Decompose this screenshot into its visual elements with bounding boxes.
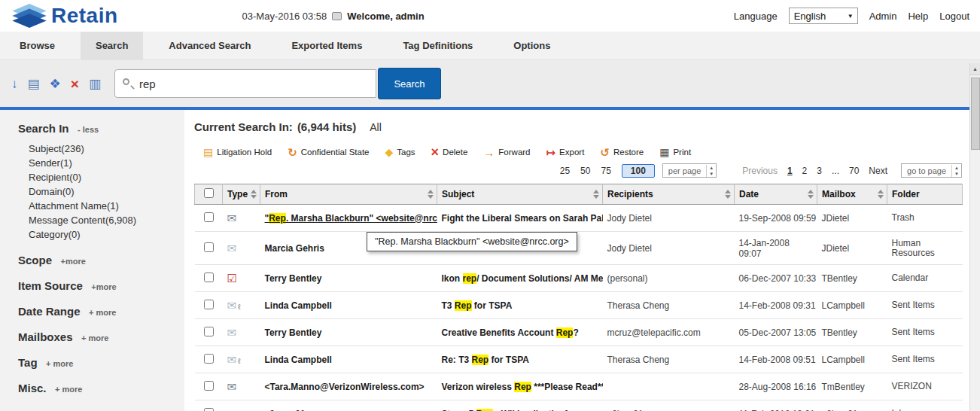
action-print[interactable]: ▦ Print [659,147,691,157]
select-all-checkbox[interactable] [204,188,214,198]
next-link[interactable]: Next [869,166,887,176]
previous-link[interactable]: Previous [742,166,778,176]
header-links: Language English ▼ Admin Help Logout [734,8,969,24]
row-checkbox[interactable] [204,212,214,222]
spinner-up-icon[interactable]: ▲ [952,165,961,171]
row-checkbox[interactable] [204,327,214,336]
action-tags[interactable]: ◆ Tags [385,147,415,157]
table-row[interactable]: <Tara.Manno@VerizonWireless.com> Verizon… [195,373,963,400]
logout-link[interactable]: Logout [939,11,969,22]
col-recipients[interactable]: Recipients [603,184,735,205]
action-delete[interactable]: × Delete [431,145,468,159]
item-source-more-link[interactable]: +more [91,282,116,291]
row-checkbox[interactable] [204,354,214,364]
table-row[interactable]: Marcia Gehris Jody Dietel 14-Jan-2008 09… [195,232,963,265]
goto-page-input[interactable]: go to page ▲ ▼ [901,163,962,178]
tab-tag-definitions[interactable]: Tag Definitions [388,32,488,59]
from-tooltip: "Rep. Marsha Blackburn" <website@nrcc.or… [367,232,577,251]
table-row[interactable]: c0neve01 Stage 5 Rep - Wikipedia, the fr… [195,400,963,411]
table-row[interactable]: Terry Bentley Ikon rep/ Document Solutio… [195,265,963,292]
action-confidential-state[interactable]: ↻ Confidential State [288,147,369,158]
search-button[interactable]: Search [378,68,441,99]
spinner-down-icon[interactable]: ▼ [707,171,716,177]
spinner-up-icon[interactable]: ▲ [707,165,716,171]
row-checkbox[interactable] [204,381,214,391]
date-range-more-link[interactable]: + more [89,308,116,317]
scope-all-link[interactable]: All [370,121,382,133]
page-size-100[interactable]: 100 [622,164,655,178]
row-checkbox[interactable] [204,300,214,309]
recipients-cell: Jody Dietel [603,205,735,232]
action-export[interactable]: ↦ Export [546,147,585,158]
page-size-50[interactable]: 50 [580,166,590,176]
sort-icon[interactable] [878,190,884,199]
subject-cell: Ikon rep/ Document Solutions/ AM Meeting [437,265,603,292]
per-page-select[interactable]: per page ▲ ▼ [662,163,717,178]
sort-icon[interactable] [428,190,434,199]
tab-advanced-search[interactable]: Advanced Search [154,32,266,59]
page-1[interactable]: 1 [787,166,793,176]
table-row[interactable]: Linda Campbell Re: T3 Rep for TSPA Thera… [195,346,963,373]
table-row[interactable]: Linda Campbell T3 Rep for TSPA Therasa C… [195,292,963,319]
mailboxes-more-link[interactable]: + more [81,333,108,342]
from-cell: Linda Campbell [260,346,437,373]
page-size-75[interactable]: 75 [601,166,610,176]
sidebar-item-domain[interactable]: Domain(0) [29,184,184,199]
col-type[interactable]: Type [223,184,260,205]
spinner-down-icon[interactable]: ▼ [952,171,961,177]
tab-browse[interactable]: Browse [5,32,70,59]
search-input[interactable] [114,69,376,98]
page-70[interactable]: 70 [849,166,859,176]
scrollbar-thumb[interactable] [971,78,980,150]
from-cell: Terry Bentley [260,265,437,292]
admin-link[interactable]: Admin [869,11,897,22]
vertical-scrollbar[interactable]: ▲ [969,63,980,411]
action-label: Restore [613,148,644,157]
sidebar-item-attachment-name[interactable]: Attachment Name(1) [29,199,184,213]
sidebar-section-date-range: Date Range + more [18,305,184,318]
sidebar-item-subject[interactable]: Subject(236) [29,142,184,156]
sidebar-item-category[interactable]: Category(0) [29,227,184,242]
sort-icon[interactable] [725,190,731,199]
table-row[interactable]: Terry Bentley Creative Benefits Account … [195,319,963,346]
col-subject[interactable]: Subject [437,184,603,205]
sidebar-item-sender[interactable]: Sender(1) [29,156,184,170]
action-restore[interactable]: ↺ Restore [600,147,644,158]
tab-options[interactable]: Options [498,32,565,59]
action-litigation-hold[interactable]: ▤ Litigation Hold [203,147,272,157]
row-checkbox[interactable] [204,272,214,282]
sort-icon[interactable] [593,190,599,199]
scope-more-link[interactable]: +more [60,257,85,266]
page-2[interactable]: 2 [802,166,808,176]
col-folder[interactable]: Folder [887,184,963,205]
row-checkbox[interactable] [204,408,214,411]
page-size-25[interactable]: 25 [560,166,570,176]
page-3[interactable]: 3 [817,166,822,176]
sort-icon[interactable] [251,190,257,199]
row-checkbox[interactable] [204,242,214,252]
action-forward[interactable]: → Forward [483,147,530,158]
col-mailbox[interactable]: Mailbox [817,184,887,205]
tab-bar: Browse Search Advanced Search Exported I… [0,32,980,60]
section-title: Misc. [18,382,47,394]
sort-icon[interactable] [808,190,814,199]
app-logo[interactable]: Retain [11,3,118,29]
delete-search-icon[interactable]: × [71,77,79,91]
col-date[interactable]: Date [735,184,817,205]
col-from[interactable]: From [260,184,437,205]
tag-more-link[interactable]: + more [46,359,73,368]
help-link[interactable]: Help [908,11,928,22]
sidebar-item-message-content[interactable]: Message Content(6,908) [29,213,184,227]
search-in-less-link[interactable]: - less [78,125,99,134]
scroll-up-icon[interactable]: ▲ [970,63,980,75]
document-icon[interactable]: ▥ [89,78,101,90]
download-icon[interactable]: ↓ [11,78,18,90]
table-row[interactable]: "Rep. Marsha Blackburn" <website@nrcc.or… [195,205,963,232]
misc-more-link[interactable]: + more [55,385,82,394]
share-icon[interactable]: ❖ [50,78,61,90]
tab-exported-items[interactable]: Exported Items [276,32,377,59]
save-icon[interactable]: ▤ [28,78,40,90]
sidebar-item-recipient[interactable]: Recipient(0) [29,170,184,184]
tab-search[interactable]: Search [81,32,143,59]
language-select[interactable]: English ▼ [789,8,858,24]
